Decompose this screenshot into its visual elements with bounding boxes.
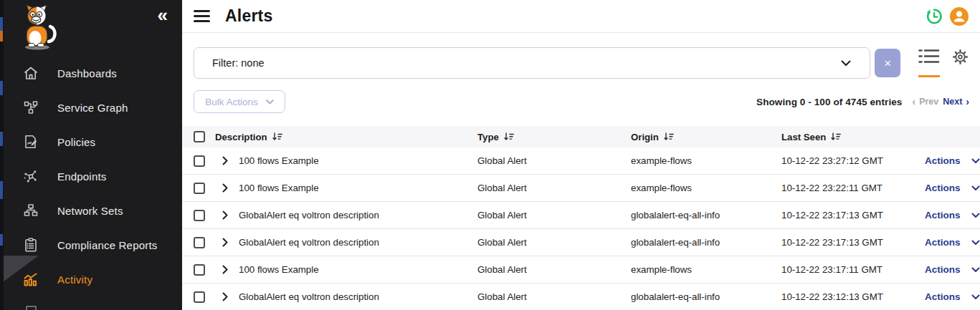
next-label: Next xyxy=(943,97,962,107)
list-view-icon[interactable] xyxy=(918,48,940,77)
alert-description: 100 flows Example xyxy=(239,264,319,275)
sidebar-item-activity[interactable]: Activity xyxy=(0,262,182,296)
hamburger-menu-icon[interactable] xyxy=(194,10,210,22)
actions-label: Actions xyxy=(925,237,961,248)
alert-last-seen: 10-12-22 23:17:13 GMT xyxy=(781,210,925,221)
sidebar-item-dashboards[interactable]: Dashboards xyxy=(0,56,182,90)
alerts-table: Description Type Origin Last Seen xyxy=(182,126,980,310)
expand-row-icon[interactable] xyxy=(222,265,228,274)
sidebar-item-label: Dashboards xyxy=(57,67,117,79)
actions-dropdown[interactable]: Actions xyxy=(925,291,980,302)
chevron-right-icon: › xyxy=(966,97,969,107)
sidebar-item-label: Service Graph xyxy=(57,102,128,114)
expand-row-icon[interactable] xyxy=(222,210,228,220)
column-header-description[interactable]: Description xyxy=(215,132,477,142)
chevron-down-icon xyxy=(971,158,980,164)
alert-type: Global Alert xyxy=(477,155,631,166)
row-checkbox[interactable] xyxy=(194,210,205,221)
actions-dropdown[interactable]: Actions xyxy=(925,183,980,193)
filter-select[interactable]: Filter: none xyxy=(194,47,870,79)
bulk-actions-button[interactable]: Bulk Actions xyxy=(194,90,285,113)
sidebar-item-label: Endpoints xyxy=(57,170,107,183)
service-graph-icon xyxy=(22,100,39,116)
activity-icon xyxy=(22,271,39,288)
sidebar-item-label: Policies xyxy=(57,136,95,148)
alert-description: 100 flows Example xyxy=(239,155,319,166)
sidebar-item-service-graph[interactable]: Service Graph xyxy=(0,90,182,125)
clear-filter-button[interactable]: × xyxy=(875,49,900,77)
app-window: « Dashboards Service Graph xyxy=(0,0,980,310)
alert-type: Global Alert xyxy=(477,264,631,275)
table-row[interactable]: 100 flows Example Global Alert example-f… xyxy=(182,175,980,202)
sidebar-item-endpoints[interactable]: Endpoints xyxy=(0,159,182,193)
chevron-down-icon xyxy=(971,213,980,218)
top-bar: Alerts xyxy=(182,0,980,33)
user-avatar-icon[interactable] xyxy=(949,6,969,26)
column-header-origin[interactable]: Origin xyxy=(631,132,781,142)
table-row[interactable]: GlobalAlert eq voltron description Globa… xyxy=(182,202,980,229)
alert-origin: globalalert-eq-all-info xyxy=(631,291,781,302)
actions-label: Actions xyxy=(925,155,961,166)
expand-row-icon[interactable] xyxy=(222,183,228,193)
alert-last-seen: 10-12-22 23:22:11 GMT xyxy=(781,183,925,193)
actions-label: Actions xyxy=(925,183,961,193)
history-icon[interactable] xyxy=(924,6,944,26)
alert-origin: globalalert-eq-all-info xyxy=(631,210,781,221)
expand-row-icon[interactable] xyxy=(222,292,228,301)
alert-type: Global Alert xyxy=(477,210,631,221)
alert-type: Global Alert xyxy=(477,183,631,193)
sidebar-collapse-button[interactable]: « xyxy=(158,6,168,24)
row-checkbox[interactable] xyxy=(194,183,205,194)
sidebar-item-network-sets[interactable]: Network Sets xyxy=(0,193,182,228)
row-checkbox[interactable] xyxy=(194,237,205,248)
table-row[interactable]: 100 flows Example Global Alert example-f… xyxy=(182,256,980,284)
actions-dropdown[interactable]: Actions xyxy=(925,210,980,221)
settings-gear-icon[interactable] xyxy=(951,48,969,79)
policies-icon xyxy=(22,134,39,150)
actions-dropdown[interactable]: Actions xyxy=(925,264,980,275)
screen-edge-strip xyxy=(0,0,4,310)
chevron-down-icon xyxy=(971,240,980,246)
alert-type: Global Alert xyxy=(477,291,631,302)
alert-last-seen: 10-12-22 23:27:12 GMT xyxy=(781,155,925,166)
actions-label: Actions xyxy=(925,264,961,275)
chevron-down-icon xyxy=(971,267,980,273)
expand-row-icon[interactable] xyxy=(222,156,228,165)
table-row[interactable]: 100 flows Example Global Alert example-f… xyxy=(182,147,980,175)
alert-description: GlobalAlert eq voltron description xyxy=(239,237,379,248)
next-page-button[interactable]: Next › xyxy=(943,97,969,107)
column-header-type[interactable]: Type xyxy=(477,132,631,142)
sort-icon xyxy=(504,132,514,141)
sidebar-item-policies[interactable]: Policies xyxy=(0,125,182,159)
sidebar-item-partial-icon xyxy=(26,306,37,310)
alert-origin: example-flows xyxy=(631,155,781,166)
actions-dropdown[interactable]: Actions xyxy=(925,237,980,248)
expand-row-icon[interactable] xyxy=(222,238,228,247)
endpoints-icon xyxy=(22,168,39,185)
alert-type: Global Alert xyxy=(477,237,631,248)
alert-description: GlobalAlert eq voltron description xyxy=(239,210,379,221)
actions-label: Actions xyxy=(925,291,961,302)
column-header-last-seen[interactable]: Last Seen xyxy=(781,132,925,142)
chevron-down-icon xyxy=(971,185,980,191)
select-all-checkbox[interactable] xyxy=(194,131,205,142)
prev-label: Prev xyxy=(919,97,938,107)
filter-row: Filter: none × xyxy=(194,47,969,79)
alert-last-seen: 10-12-22 23:17:11 GMT xyxy=(781,264,925,275)
sidebar: « Dashboards Service Graph xyxy=(0,0,182,310)
sort-icon xyxy=(272,132,282,141)
actions-dropdown[interactable]: Actions xyxy=(925,155,980,166)
row-checkbox[interactable] xyxy=(194,155,205,167)
sort-icon xyxy=(664,132,674,141)
prev-page-button[interactable]: ‹ Prev xyxy=(912,97,938,107)
showing-entries-text: Showing 0 - 100 of 4745 entries xyxy=(756,97,902,107)
table-row[interactable]: GlobalAlert eq voltron description Globa… xyxy=(182,229,980,256)
row-checkbox[interactable] xyxy=(194,291,205,303)
sidebar-item-label: Activity xyxy=(57,273,92,286)
sidebar-item-label: Network Sets xyxy=(57,205,123,217)
controls-row: Bulk Actions Showing 0 - 100 of 4745 ent… xyxy=(194,90,969,113)
row-checkbox[interactable] xyxy=(194,264,205,276)
chevron-down-icon xyxy=(841,57,851,69)
home-icon xyxy=(22,65,39,82)
table-row[interactable]: GlobalAlert eq voltron description Globa… xyxy=(182,284,980,310)
